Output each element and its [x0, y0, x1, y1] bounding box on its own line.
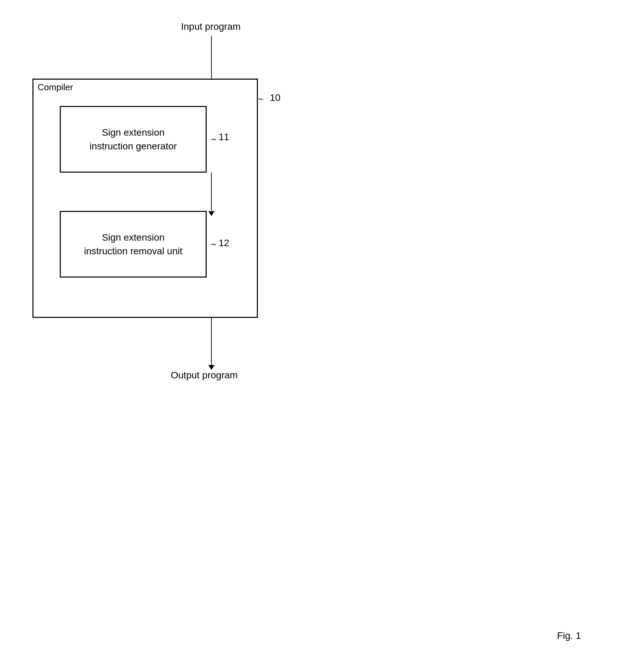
arrow-middle — [211, 173, 212, 212]
ref-10-label: 10 — [270, 92, 280, 103]
removal-text: Sign extension instruction removal unit — [84, 231, 182, 257]
generator-box: Sign extension instruction generator — [60, 106, 207, 173]
compiler-label: Compiler — [38, 82, 73, 93]
generator-text: Sign extension instruction generator — [89, 126, 177, 152]
figure-label: Fig. 1 — [557, 630, 581, 641]
arrow-output — [211, 318, 212, 366]
tilde-12: ~ — [211, 239, 216, 250]
input-program-label: Input program — [181, 21, 240, 32]
ref-12-label: 12 — [219, 238, 229, 248]
diagram-container: Input program Compiler Sign extension in… — [0, 0, 622, 672]
ref-11-label: 11 — [219, 132, 229, 143]
removal-box: Sign extension instruction removal unit — [60, 211, 207, 278]
output-program-label: Output program — [171, 370, 238, 381]
tilde-11: ~ — [211, 134, 216, 145]
tilde-10: ~ — [258, 94, 263, 105]
arrow-input — [211, 36, 212, 80]
